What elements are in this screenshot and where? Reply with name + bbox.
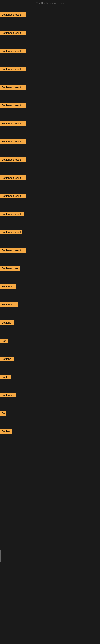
bar-row-23[interactable]: Bottlen	[0, 429, 12, 434]
bottleneck-bar-20[interactable]: Bottle	[0, 375, 11, 379]
bottleneck-bar-19[interactable]: Bottlene	[0, 356, 14, 361]
bar-row-12[interactable]: Bottleneck result	[0, 230, 22, 235]
bottleneck-bar-16[interactable]: Bottleneck r	[0, 302, 18, 307]
bottleneck-bar-15[interactable]: Bottlenec	[0, 284, 16, 289]
bottleneck-bar-5[interactable]: Bottleneck result	[0, 103, 26, 108]
bar-row-16[interactable]: Bottleneck r	[0, 302, 18, 308]
bottleneck-bar-0[interactable]: Bottleneck result	[0, 12, 26, 17]
bars-container: Bottleneck resultBottleneck resultBottle…	[0, 6, 100, 644]
bar-row-21[interactable]: Bottleneck	[0, 393, 16, 398]
bar-row-11[interactable]: Bottleneck result	[0, 212, 24, 217]
bar-row-6[interactable]: Bottleneck result	[0, 121, 26, 126]
bar-row-1[interactable]: Bottleneck result	[0, 30, 26, 36]
bottleneck-bar-11[interactable]: Bottleneck result	[0, 212, 24, 216]
bar-row-0[interactable]: Bottleneck result	[0, 12, 26, 18]
bar-row-5[interactable]: Bottleneck result	[0, 103, 26, 108]
bottleneck-bar-12[interactable]: Bottleneck result	[0, 230, 22, 234]
bottleneck-bar-17[interactable]: Bottlene	[0, 320, 14, 325]
bottleneck-bar-13[interactable]: Bottleneck result	[0, 248, 26, 252]
bar-row-15[interactable]: Bottlenec	[0, 284, 16, 290]
bottleneck-bar-10[interactable]: Bottleneck result	[0, 194, 26, 198]
bottleneck-bar-9[interactable]: Bottleneck result	[0, 176, 26, 180]
bottleneck-bar-1[interactable]: Bottleneck result	[0, 30, 26, 35]
bar-row-9[interactable]: Bottleneck result	[0, 176, 26, 181]
bar-row-22[interactable]: Bo	[0, 411, 6, 416]
bar-row-18[interactable]: Bott	[0, 338, 8, 344]
bottleneck-bar-21[interactable]: Bottleneck	[0, 393, 16, 398]
bottleneck-bar-6[interactable]: Bottleneck result	[0, 121, 26, 126]
site-title: TheBottlenecker.com	[0, 0, 100, 6]
bottleneck-bar-7[interactable]: Bottleneck result	[0, 139, 26, 144]
bottleneck-bar-4[interactable]: Bottleneck result	[0, 85, 26, 90]
bottleneck-bar-14[interactable]: Bottleneck res	[0, 266, 20, 271]
bar-row-10[interactable]: Bottleneck result	[0, 194, 26, 199]
bar-row-20[interactable]: Bottle	[0, 375, 11, 380]
cursor-line	[0, 550, 1, 562]
bar-row-7[interactable]: Bottleneck result	[0, 139, 26, 145]
bottleneck-bar-3[interactable]: Bottleneck result	[0, 67, 26, 72]
bottleneck-bar-18[interactable]: Bott	[0, 338, 8, 343]
bar-row-4[interactable]: Bottleneck result	[0, 85, 26, 90]
bottleneck-bar-22[interactable]: Bo	[0, 411, 6, 416]
bar-row-13[interactable]: Bottleneck result	[0, 248, 26, 253]
bar-row-17[interactable]: Bottlene	[0, 320, 14, 326]
bottleneck-bar-23[interactable]: Bottlen	[0, 429, 12, 434]
bar-row-14[interactable]: Bottleneck res	[0, 266, 20, 272]
bar-row-19[interactable]: Bottlene	[0, 356, 14, 362]
bar-row-2[interactable]: Bottleneck result	[0, 49, 26, 54]
bottleneck-bar-2[interactable]: Bottleneck result	[0, 49, 26, 53]
bottleneck-bar-8[interactable]: Bottleneck result	[0, 158, 26, 162]
bar-row-3[interactable]: Bottleneck result	[0, 67, 26, 72]
bar-row-8[interactable]: Bottleneck result	[0, 158, 26, 163]
